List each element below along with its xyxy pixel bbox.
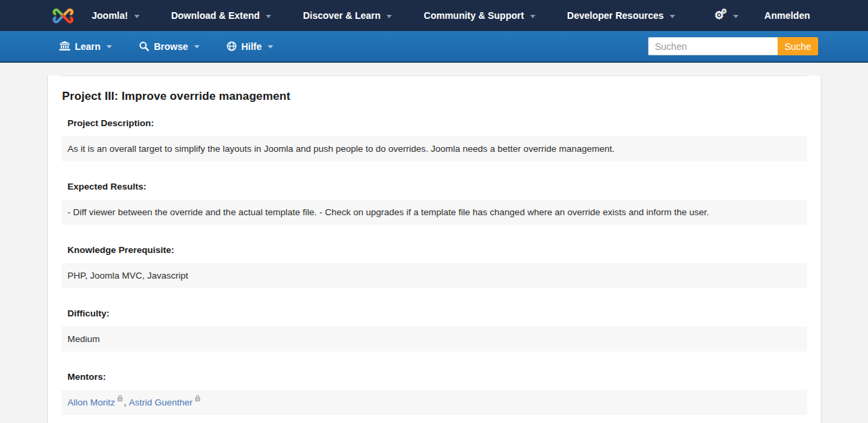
topnav-item-label: Joomla! xyxy=(92,10,128,21)
topnav-item-download-extend[interactable]: Download & Extend xyxy=(171,10,271,21)
section-heading: Project Description: xyxy=(67,118,807,128)
top-navbar: Joomla! Download & Extend Discover & Lea… xyxy=(0,0,868,31)
topnav-item-developer-resources[interactable]: Developer Resources xyxy=(567,10,675,21)
external-link-lock-icon xyxy=(194,394,201,404)
section-heading: Knowledge Prerequisite: xyxy=(67,245,807,255)
section-value-box: As it is an overall target to simplify t… xyxy=(61,136,807,161)
subnav-item-label: Browse xyxy=(154,41,188,52)
chevron-down-icon xyxy=(530,15,536,18)
subnav-item-label: Learn xyxy=(75,41,100,52)
university-icon xyxy=(59,41,70,51)
chevron-down-icon xyxy=(107,45,112,49)
chevron-down-icon xyxy=(733,15,739,18)
topnav-item-label: Developer Resources xyxy=(567,10,664,21)
section-knowledge-prerequisite: Knowledge Prerequisite: PHP, Joomla MVC,… xyxy=(61,245,807,288)
mentors-value-box: Allon Moritz, Astrid Guenther xyxy=(61,390,807,415)
section-heading: Difficulty: xyxy=(67,308,807,318)
joomla-logo-icon xyxy=(53,5,74,26)
section-expected-results: Expected Results: - Diff viewer between … xyxy=(61,181,807,225)
section-value-box: - Diff viewer between the override and t… xyxy=(61,200,807,225)
topnav-item-label: Discover & Learn xyxy=(303,10,380,21)
topnav-item-community-support[interactable]: Community & Support xyxy=(424,10,536,21)
search-bar: Suche xyxy=(648,37,818,55)
sub-navbar: Learn Browse Hilfe Suche xyxy=(0,31,868,63)
topnav-item-label: Download & Extend xyxy=(171,10,260,21)
topnav-menu: Joomla! Download & Extend Discover & Lea… xyxy=(92,10,675,21)
topnav-item-discover-learn[interactable]: Discover & Learn xyxy=(303,10,392,21)
joomla-logo[interactable] xyxy=(53,5,74,26)
section-heading: Expected Results: xyxy=(67,181,807,192)
chevron-down-icon xyxy=(194,45,200,49)
search-input[interactable] xyxy=(648,37,778,55)
content-panel: Project III: Improve override management… xyxy=(47,76,821,423)
settings-dropdown[interactable]: ⚙⚙ xyxy=(714,10,739,21)
cogs-icon: ⚙⚙ xyxy=(714,10,727,21)
search-icon xyxy=(139,41,149,51)
chevron-down-icon xyxy=(134,15,140,18)
mentor-link-astrid-guenther[interactable]: Astrid Guenther xyxy=(129,397,193,407)
external-link-lock-icon xyxy=(117,394,123,404)
section-difficulty: Difficulty: Medium xyxy=(61,308,807,351)
subnav-item-browse[interactable]: Browse xyxy=(139,41,200,52)
subnav-item-label: Hilfe xyxy=(241,41,262,52)
section-heading: Mentors: xyxy=(67,372,807,382)
mentor-separator: , xyxy=(124,397,129,407)
page-title: Project III: Improve override management xyxy=(62,90,807,103)
chevron-down-icon xyxy=(386,15,392,18)
search-button[interactable]: Suche xyxy=(778,37,818,55)
top-divider xyxy=(61,76,807,76)
subnav-item-learn[interactable]: Learn xyxy=(59,41,112,52)
chevron-down-icon xyxy=(670,15,675,18)
globe-icon xyxy=(227,41,237,51)
section-project-description: Project Description: As it is an overall… xyxy=(61,118,807,161)
topnav-item-label: Community & Support xyxy=(424,10,524,21)
topnav-right-group: ⚙⚙ Anmelden xyxy=(714,10,810,21)
login-link[interactable]: Anmelden xyxy=(764,10,810,21)
chevron-down-icon xyxy=(268,45,273,49)
mentor-link-allon-moritz[interactable]: Allon Moritz xyxy=(67,397,115,407)
section-mentors: Mentors: Allon Moritz, Astrid Guenther xyxy=(61,372,807,415)
section-value-box: PHP, Joomla MVC, Javascript xyxy=(61,263,807,288)
section-value-box: Medium xyxy=(61,327,807,351)
chevron-down-icon xyxy=(266,15,271,18)
subnav-item-hilfe[interactable]: Hilfe xyxy=(227,41,273,52)
topnav-item-joomla[interactable]: Joomla! xyxy=(92,10,140,21)
